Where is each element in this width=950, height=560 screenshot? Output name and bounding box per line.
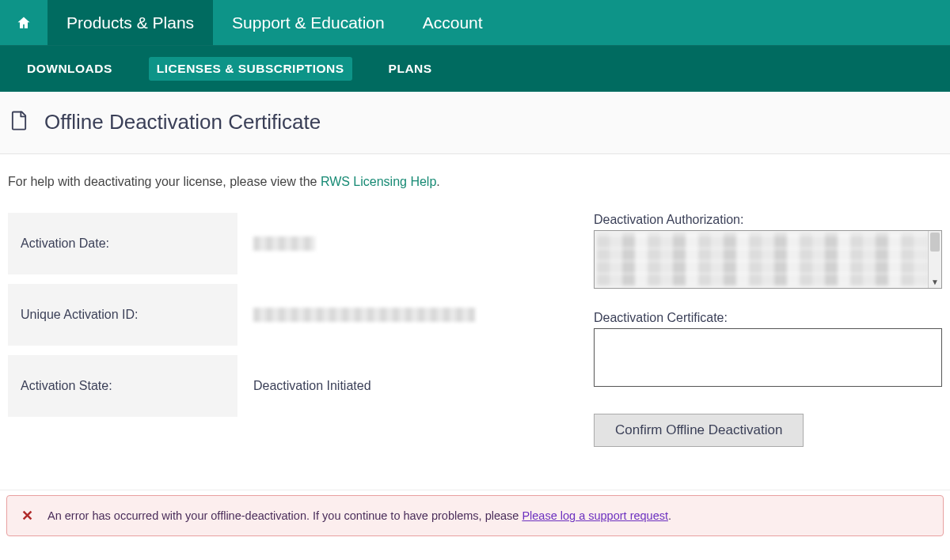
home-icon: [16, 15, 32, 31]
content: Activation Date: Unique Activation ID: A…: [0, 213, 950, 479]
activation-date-label: Activation Date:: [8, 213, 238, 274]
error-text-prefix: An error has occurred with your offline-…: [48, 509, 522, 522]
activation-state-value: Deactivation Initiated: [238, 379, 570, 393]
unique-activation-id-label: Unique Activation ID:: [8, 284, 238, 346]
scroll-down-icon[interactable]: ▼: [929, 278, 941, 286]
button-label: Confirm Offline Deactivation: [615, 422, 782, 437]
subnav-plans[interactable]: PLANS: [381, 57, 440, 81]
nav-label: Account: [423, 13, 483, 32]
help-text-prefix: For help with deactivating your license,…: [8, 175, 321, 188]
deactivation-certificate-input[interactable]: [594, 328, 942, 387]
certificate-icon: [8, 109, 30, 134]
help-text-suffix: .: [436, 175, 439, 188]
subnav-label: LICENSES & SUBSCRIPTIONS: [157, 62, 344, 75]
subnav: DOWNLOADS LICENSES & SUBSCRIPTIONS PLANS: [0, 46, 950, 92]
right-column: Deactivation Authorization: ▼ Deactivati…: [594, 213, 942, 447]
divider: [0, 490, 950, 490]
subnav-label: PLANS: [389, 62, 432, 75]
scrollbar-thumb[interactable]: [930, 233, 940, 252]
activation-date-row: Activation Date:: [8, 213, 570, 274]
deactivation-authorization-box[interactable]: ▼: [594, 230, 942, 289]
help-text: For help with deactivating your license,…: [0, 154, 950, 213]
home-button[interactable]: [0, 0, 48, 45]
redacted-value: [253, 236, 315, 251]
page-title-row: Offline Deactivation Certificate: [0, 92, 950, 154]
activation-date-value: [238, 236, 570, 252]
scrollbar[interactable]: ▼: [928, 231, 941, 288]
error-text-suffix: .: [668, 509, 671, 522]
subnav-label: DOWNLOADS: [27, 62, 112, 75]
activation-state-label: Activation State:: [8, 355, 238, 417]
nav-support-education[interactable]: Support & Education: [213, 0, 404, 45]
subnav-downloads[interactable]: DOWNLOADS: [19, 57, 120, 81]
unique-activation-id-row: Unique Activation ID:: [8, 284, 570, 346]
deactivation-authorization-label: Deactivation Authorization:: [594, 213, 942, 227]
topnav: Products & Plans Support & Education Acc…: [0, 0, 950, 46]
redacted-content: [597, 233, 927, 286]
support-request-link[interactable]: Please log a support request: [522, 509, 668, 522]
error-icon: ✕: [21, 507, 33, 524]
redacted-value: [253, 308, 475, 322]
nav-label: Products & Plans: [66, 13, 194, 32]
rws-licensing-help-link[interactable]: RWS Licensing Help: [321, 175, 436, 188]
activation-state-row: Activation State: Deactivation Initiated: [8, 355, 570, 417]
nav-account[interactable]: Account: [404, 0, 502, 45]
nav-products-plans[interactable]: Products & Plans: [48, 0, 213, 45]
left-column: Activation Date: Unique Activation ID: A…: [8, 213, 570, 447]
deactivation-certificate-label: Deactivation Certificate:: [594, 311, 942, 325]
error-message: An error has occurred with your offline-…: [48, 509, 671, 522]
confirm-offline-deactivation-button[interactable]: Confirm Offline Deactivation: [594, 414, 804, 447]
nav-label: Support & Education: [232, 13, 385, 32]
subnav-licenses[interactable]: LICENSES & SUBSCRIPTIONS: [149, 57, 352, 81]
error-banner: ✕ An error has occurred with your offlin…: [6, 495, 944, 536]
unique-activation-id-value: [238, 308, 570, 323]
page-title: Offline Deactivation Certificate: [44, 110, 321, 134]
